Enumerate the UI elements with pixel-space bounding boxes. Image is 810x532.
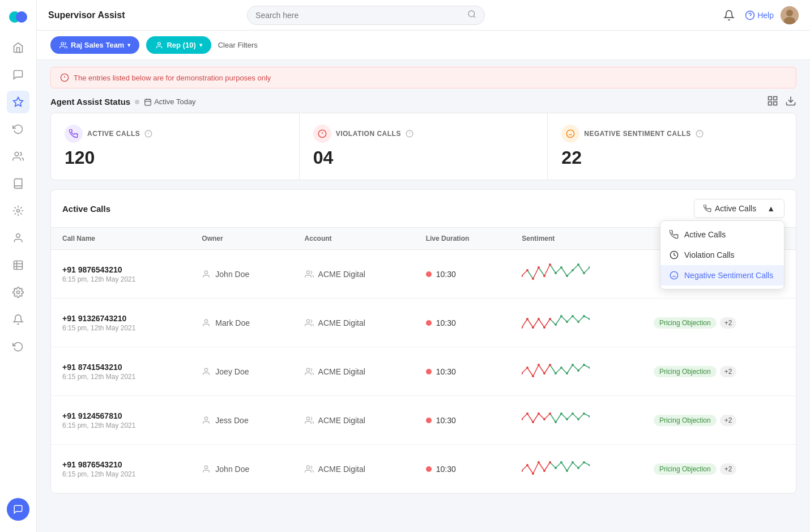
tag-count: +2 <box>720 463 737 475</box>
sidebar-item-chat[interactable] <box>7 63 29 86</box>
svg-line-108 <box>527 368 533 376</box>
svg-line-60 <box>561 267 567 276</box>
page-content: The entries listed below are for demonst… <box>37 60 810 532</box>
svg-point-51 <box>205 271 208 274</box>
duration-cell: 10:30 <box>426 318 500 327</box>
download-icon[interactable] <box>785 95 796 108</box>
svg-line-80 <box>522 319 527 327</box>
account-icon <box>305 416 314 425</box>
dropdown-option-negative-sentiment[interactable]: Negative Sentiment Calls <box>660 265 784 286</box>
svg-point-181 <box>566 470 568 472</box>
call-phone: +91 9876543210 <box>62 265 179 274</box>
svg-line-167 <box>556 462 561 468</box>
owner-name: Joey Doe <box>215 367 249 376</box>
sidebar-item-agents[interactable] <box>7 227 29 249</box>
col-live-duration: Live Duration <box>415 228 511 250</box>
svg-point-180 <box>560 461 562 463</box>
tag-cell: Pricing Objection+2 <box>654 415 785 426</box>
search-icon <box>467 10 476 21</box>
dropdown-option-violation-calls[interactable]: Violation Calls <box>660 245 784 265</box>
svg-point-19 <box>158 42 161 45</box>
app-logo[interactable] <box>8 7 28 27</box>
svg-point-179 <box>555 467 557 469</box>
svg-line-137 <box>539 414 544 419</box>
search-input[interactable] <box>255 11 463 20</box>
svg-point-41 <box>567 130 574 137</box>
sentiment-chart <box>522 405 631 435</box>
owner-cell: Joey Doe <box>202 367 282 376</box>
tag-cell: Pricing Objection+2 <box>654 317 785 329</box>
sidebar-item-alerts[interactable] <box>7 308 29 331</box>
svg-point-154 <box>566 418 568 420</box>
tag-count: +2 <box>720 317 737 329</box>
demo-notice: The entries listed below are for demonst… <box>50 67 796 88</box>
rep-filter-chevron: ▾ <box>199 42 202 48</box>
tag-cell: Pricing Objection+2 <box>654 366 785 377</box>
svg-line-109 <box>533 365 539 376</box>
sidebar-item-home[interactable] <box>7 36 29 59</box>
sidebar-item-replay[interactable] <box>7 118 29 141</box>
svg-point-156 <box>577 418 579 420</box>
cell-owner: Jess Doe <box>190 396 293 445</box>
svg-point-67 <box>532 278 534 280</box>
sidebar-item-playbook[interactable] <box>7 172 29 195</box>
col-account: Account <box>293 228 415 250</box>
svg-point-149 <box>538 412 540 415</box>
stat-violation-calls-label: VIOLATION CALLS <box>336 130 401 138</box>
svg-line-163 <box>533 462 539 474</box>
svg-line-64 <box>584 267 590 273</box>
svg-line-161 <box>522 465 527 471</box>
stat-label-active: ACTIVE CALLS <box>65 125 285 143</box>
call-time: 6:15 pm, 12th May 2021 <box>62 373 179 381</box>
svg-line-85 <box>550 319 556 325</box>
svg-point-176 <box>538 461 540 463</box>
svg-point-78 <box>205 320 208 322</box>
dropdown-option-active-calls[interactable]: Active Calls <box>660 224 784 245</box>
help-button[interactable]: Help <box>745 10 774 20</box>
svg-point-105 <box>205 368 208 371</box>
cell-duration: 10:30 <box>415 250 511 299</box>
calls-filter-dropdown[interactable]: Active Calls ▲ Active Calls <box>694 199 785 218</box>
cell-account: ACME Digital <box>293 299 415 347</box>
layout-icon[interactable] <box>767 95 778 108</box>
svg-point-150 <box>543 418 545 420</box>
sidebar-item-reports[interactable] <box>7 254 29 276</box>
duration-dot <box>426 466 432 472</box>
owner-cell: Jess Doe <box>202 416 282 425</box>
sidebar-item-history[interactable] <box>7 335 29 358</box>
duration-cell: 10:30 <box>426 465 500 474</box>
navbar-right: Help <box>720 6 799 24</box>
chat-fab-button[interactable] <box>7 498 29 521</box>
dropdown-trigger[interactable]: Active Calls ▲ <box>694 199 785 218</box>
notification-button[interactable] <box>720 6 738 24</box>
sidebar-item-ai[interactable] <box>7 199 29 222</box>
svg-point-18 <box>61 42 64 45</box>
owner-icon <box>202 416 211 425</box>
cell-sentiment <box>510 396 642 445</box>
rep-filter-button[interactable]: Rep (10) ▾ <box>146 36 211 54</box>
sidebar-item-assist[interactable] <box>7 91 29 113</box>
table-row[interactable]: +91 91326743210 6:15 pm, 12th May 2021 M… <box>51 299 796 347</box>
svg-line-143 <box>573 414 578 419</box>
sidebar-item-team[interactable] <box>7 145 29 168</box>
table-row[interactable]: +91 9124567810 6:15 pm, 12th May 2021 Je… <box>51 396 796 445</box>
table-row[interactable]: +91 8741543210 6:15 pm, 12th May 2021 Jo… <box>51 347 796 396</box>
svg-line-61 <box>567 270 573 276</box>
team-filter-button[interactable]: Raj Sales Team ▾ <box>50 36 139 54</box>
col-call-name: Call Name <box>51 228 190 250</box>
col-sentiment: Sentiment <box>510 228 642 250</box>
search-bar[interactable] <box>247 6 485 25</box>
cell-sentiment <box>510 299 642 347</box>
clear-filters-button[interactable]: Clear Filters <box>218 41 258 49</box>
svg-point-68 <box>538 266 540 269</box>
table-row[interactable]: +91 9876543210 6:15 pm, 12th May 2021 Jo… <box>51 445 796 493</box>
avatar[interactable] <box>781 6 799 24</box>
svg-point-69 <box>543 275 545 277</box>
owner-name: Mark Doe <box>215 318 250 327</box>
svg-point-5 <box>16 234 20 238</box>
calls-section-title: Active Calls <box>62 204 110 214</box>
svg-line-169 <box>567 462 573 471</box>
cell-duration: 10:30 <box>415 445 511 493</box>
svg-point-94 <box>532 326 534 329</box>
sidebar-item-settings[interactable] <box>7 281 29 304</box>
